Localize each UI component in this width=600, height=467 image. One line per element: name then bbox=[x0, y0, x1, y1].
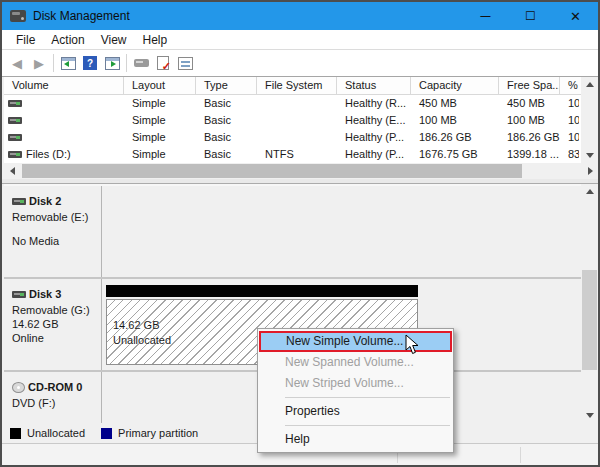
column-header-type[interactable]: Type bbox=[196, 77, 257, 94]
scrollbar-thumb[interactable] bbox=[22, 164, 522, 178]
column-header-capacity[interactable]: Capacity bbox=[411, 77, 499, 94]
scroll-right-icon bbox=[588, 167, 593, 175]
disk2-row[interactable]: Disk 2 Removable (E:) No Media bbox=[4, 186, 581, 279]
cell-capacity: 1676.75 GB bbox=[411, 146, 499, 163]
check-volume-button[interactable]: ✓ bbox=[152, 52, 174, 74]
menu-separator bbox=[285, 425, 450, 426]
menu-item-new-spanned-volume: New Spanned Volume... bbox=[258, 352, 453, 373]
scroll-left-icon bbox=[10, 167, 15, 175]
column-header-filesystem[interactable]: File System bbox=[257, 77, 337, 94]
cell-type: Basic bbox=[196, 129, 257, 146]
menu-item-new-striped-volume: New Striped Volume... bbox=[258, 373, 453, 394]
legend-label: Primary partition bbox=[118, 427, 198, 439]
minimize-button[interactable]: ─ bbox=[463, 2, 508, 30]
help-button[interactable]: ? bbox=[79, 52, 101, 74]
table-vertical-scrollbar[interactable] bbox=[581, 77, 598, 163]
action-pane-button[interactable] bbox=[101, 52, 123, 74]
disk-type: Removable (G:) bbox=[12, 303, 97, 317]
cell-freespace: 1399.18 ... bbox=[499, 146, 560, 163]
table-row[interactable]: Simple Basic Healthy (E... 100 MB 100 MB… bbox=[4, 112, 581, 129]
cell-type: Basic bbox=[196, 112, 257, 129]
scroll-down-button[interactable] bbox=[581, 408, 598, 423]
menu-bar: File Action View Help bbox=[2, 30, 598, 50]
context-menu: New Simple Volume... New Spanned Volume.… bbox=[257, 328, 454, 453]
title-bar: Disk Management ─ ☐ ✕ bbox=[2, 2, 598, 30]
menu-item-properties[interactable]: Properties bbox=[258, 401, 453, 422]
cell-layout: Simple bbox=[124, 146, 196, 163]
cell-freespace: 450 MB bbox=[499, 95, 560, 112]
table-row[interactable]: Simple Basic Healthy (R... 450 MB 450 MB… bbox=[4, 95, 581, 112]
scroll-up-button[interactable] bbox=[581, 77, 598, 92]
scroll-down-button[interactable] bbox=[581, 148, 598, 163]
cell-filesystem bbox=[257, 112, 337, 129]
unallocated-swatch bbox=[10, 428, 21, 439]
rescan-disks-button[interactable] bbox=[130, 52, 152, 74]
column-header-volume[interactable]: Volume bbox=[4, 77, 124, 94]
menu-help[interactable]: Help bbox=[135, 30, 176, 50]
scroll-up-icon bbox=[586, 189, 594, 194]
cell-layout: Simple bbox=[124, 112, 196, 129]
scroll-up-button[interactable] bbox=[581, 184, 598, 199]
disk2-label-panel[interactable]: Disk 2 Removable (E:) No Media bbox=[4, 186, 102, 277]
table-row[interactable]: Files (D:) Simple Basic NTFS Healthy (P.… bbox=[4, 146, 581, 163]
disk-icon bbox=[12, 291, 26, 298]
disks-vertical-scrollbar[interactable] bbox=[581, 184, 598, 423]
scrollbar-thumb[interactable] bbox=[582, 270, 597, 370]
cdrom-label-panel[interactable]: CD-ROM 0 DVD (F:) bbox=[4, 372, 102, 423]
menu-file[interactable]: File bbox=[8, 30, 43, 50]
cd-rom-icon bbox=[12, 382, 25, 393]
disk3-label-panel[interactable]: Disk 3 Removable (G:) 14.62 GB Online bbox=[4, 279, 102, 370]
horizontal-scrollbar[interactable] bbox=[4, 163, 598, 179]
partition-color-bar bbox=[106, 285, 418, 297]
volume-icon bbox=[8, 117, 22, 124]
cell-filesystem bbox=[257, 95, 337, 112]
scroll-up-icon bbox=[586, 82, 594, 87]
scroll-right-button[interactable] bbox=[582, 163, 598, 179]
column-header-pctfree[interactable]: % F bbox=[560, 77, 579, 94]
column-header-status[interactable]: Status bbox=[337, 77, 411, 94]
legend-label: Unallocated bbox=[27, 427, 85, 439]
close-button[interactable]: ✕ bbox=[553, 2, 598, 30]
check-document-icon: ✓ bbox=[157, 56, 169, 70]
cell-type: Basic bbox=[196, 95, 257, 112]
disk-media-status: No Media bbox=[12, 234, 97, 248]
disk2-extent-area[interactable] bbox=[102, 186, 581, 277]
scroll-down-icon bbox=[586, 153, 594, 158]
cell-pctfree: 100 bbox=[560, 112, 579, 129]
volume-icon bbox=[8, 134, 22, 141]
status-divider bbox=[520, 447, 521, 463]
menu-item-help[interactable]: Help bbox=[258, 429, 453, 450]
disk-device-icon bbox=[134, 59, 149, 67]
maximize-button[interactable]: ☐ bbox=[508, 2, 553, 30]
properties-button[interactable] bbox=[174, 52, 196, 74]
mouse-cursor bbox=[405, 334, 419, 357]
menu-view[interactable]: View bbox=[93, 30, 135, 50]
disk-type: DVD (F:) bbox=[12, 396, 97, 410]
disk-name: Disk 2 bbox=[29, 194, 61, 208]
cell-capacity: 450 MB bbox=[411, 95, 499, 112]
scroll-left-button[interactable] bbox=[4, 163, 20, 179]
menu-action[interactable]: Action bbox=[43, 30, 92, 50]
scroll-down-icon bbox=[586, 413, 594, 418]
cell-status: Healthy (R... bbox=[337, 95, 411, 112]
cell-filesystem bbox=[257, 129, 337, 146]
console-window-play-icon bbox=[105, 57, 120, 70]
volume-icon bbox=[8, 100, 22, 107]
back-button[interactable]: ◀ bbox=[6, 52, 28, 74]
toolbar-separator bbox=[126, 54, 127, 72]
cell-type: Basic bbox=[196, 146, 257, 163]
cell-capacity: 100 MB bbox=[411, 112, 499, 129]
volume-list-header: Volume Layout Type File System Status Ca… bbox=[4, 77, 581, 95]
primary-partition-swatch bbox=[101, 428, 112, 439]
console-tree-button[interactable] bbox=[57, 52, 79, 74]
cell-status: Healthy (P... bbox=[337, 146, 411, 163]
column-header-layout[interactable]: Layout bbox=[124, 77, 196, 94]
menu-item-new-simple-volume[interactable]: New Simple Volume... bbox=[259, 331, 452, 352]
table-row[interactable]: Simple Basic Healthy (P... 186.26 GB 186… bbox=[4, 129, 581, 146]
forward-button[interactable]: ▶ bbox=[28, 52, 50, 74]
volume-name: Files (D:) bbox=[26, 146, 71, 163]
cell-pctfree: 100 bbox=[560, 95, 579, 112]
cell-capacity: 186.26 GB bbox=[411, 129, 499, 146]
column-header-freespace[interactable]: Free Spa... bbox=[499, 77, 560, 94]
cell-pctfree: 100 bbox=[560, 129, 579, 146]
